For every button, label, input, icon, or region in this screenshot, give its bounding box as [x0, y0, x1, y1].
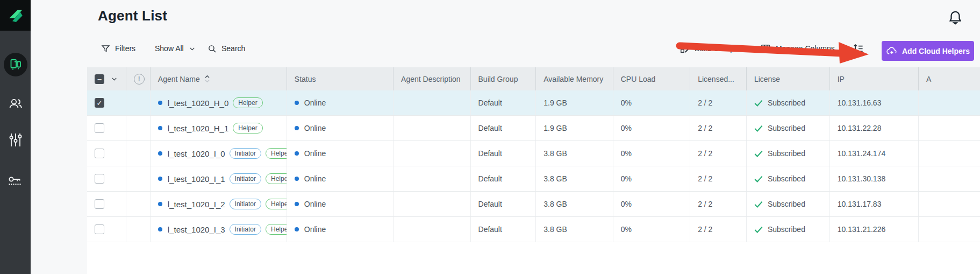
settings-sliders-icon: [9, 132, 23, 147]
table-row[interactable]: l_test_1020_I_3 Initiator Helper Online …: [87, 217, 980, 242]
app-logo[interactable]: [0, 0, 31, 31]
sidebar: [0, 0, 31, 274]
chevron-down-icon: [189, 45, 196, 52]
users-icon: [8, 97, 23, 111]
column-header-available-memory[interactable]: Available Memory: [536, 67, 613, 90]
notifications-bell-icon[interactable]: [947, 10, 963, 26]
column-header-ip[interactable]: IP: [830, 67, 919, 90]
select-all-checkbox[interactable]: –: [95, 74, 104, 84]
add-cloud-helpers-label: Add Cloud Helpers: [902, 47, 970, 55]
agent-description-cell: [394, 116, 470, 140]
helper-badge: Helper: [266, 199, 287, 209]
ip-cell: 10.131.22.28: [830, 116, 919, 140]
selection-menu-chevron-icon[interactable]: [111, 75, 118, 82]
agents-icon: [4, 53, 27, 76]
licensed-cell: 2 / 2: [690, 217, 747, 242]
subscribed-check-icon: [754, 226, 763, 233]
build-group-cell: Default: [471, 217, 537, 242]
build-groups-button[interactable]: Build Groups: [680, 39, 738, 58]
ip-cell: 10.131.24.174: [830, 141, 919, 166]
subscribed-check-icon: [754, 100, 763, 107]
build-group-cell: Default: [471, 141, 537, 166]
agent-name[interactable]: l_test_1020_H_1: [168, 124, 228, 133]
cpu-cell: 0%: [613, 217, 690, 242]
table-row[interactable]: l_test_1020_H_1 Helper Online Default 1.…: [87, 116, 980, 141]
agent-status-dot: [158, 126, 162, 130]
memory-cell: 3.8 GB: [536, 166, 613, 191]
row-checkbox[interactable]: [95, 149, 104, 158]
column-header-license[interactable]: License: [747, 67, 830, 90]
license-text: Subscribed: [768, 225, 805, 234]
agent-name[interactable]: l_test_1020_I_2: [168, 200, 225, 209]
row-checkbox[interactable]: [95, 174, 104, 184]
page-title: Agent List: [98, 8, 167, 24]
sidebar-item-license[interactable]: [0, 175, 31, 189]
agent-name[interactable]: l_test_1020_I_1: [168, 174, 225, 184]
cpu-cell: 0%: [613, 192, 690, 216]
table-row[interactable]: ✓ l_test_1020_H_0 Helper Online Default …: [87, 90, 980, 116]
helper-badge: Helper: [266, 224, 287, 235]
manage-columns-icon: [761, 44, 771, 53]
filters-button[interactable]: Filters: [101, 39, 135, 58]
license-text: Subscribed: [768, 124, 805, 132]
memory-cell: 1.9 GB: [536, 116, 613, 140]
memory-cell: 3.8 GB: [536, 141, 613, 166]
table-row[interactable]: l_test_1020_I_0 Initiator Helper Online …: [87, 141, 980, 166]
add-cloud-helpers-button[interactable]: Add Cloud Helpers: [882, 41, 974, 61]
build-group-cell: Default: [471, 166, 537, 191]
subscribed-check-icon: [754, 201, 763, 208]
helper-badge: Helper: [266, 173, 287, 184]
online-dot: [295, 151, 299, 156]
memory-cell: 1.9 GB: [536, 90, 613, 115]
column-header-agent-description[interactable]: Agent Description: [394, 67, 470, 90]
subscribed-check-icon: [754, 125, 763, 132]
online-dot: [295, 101, 299, 105]
licensed-cell: 2 / 2: [690, 166, 747, 191]
column-header-licensed[interactable]: Licensed...: [690, 67, 747, 90]
row-checkbox[interactable]: [95, 224, 104, 234]
ip-cell: 10.131.17.83: [830, 192, 919, 216]
show-all-dropdown[interactable]: Show All: [155, 39, 196, 58]
build-group-cell: Default: [471, 90, 537, 115]
search-label: Search: [221, 44, 245, 53]
online-dot: [295, 227, 299, 231]
licensed-cell: 2 / 2: [690, 141, 747, 166]
column-header-cpu-load[interactable]: CPU Load: [613, 67, 690, 90]
sidebar-item-users[interactable]: [0, 97, 31, 111]
agent-name[interactable]: l_test_1020_H_0: [168, 99, 228, 108]
helper-badge: Helper: [233, 97, 262, 108]
column-header-build-group[interactable]: Build Group: [471, 67, 537, 90]
agent-status-dot: [158, 177, 162, 181]
agent-name[interactable]: l_test_1020_I_0: [168, 149, 225, 158]
status-text: Online: [304, 200, 326, 208]
cpu-cell: 0%: [613, 166, 690, 191]
initiator-badge: Initiator: [230, 199, 261, 209]
table-row[interactable]: l_test_1020_I_1 Initiator Helper Online …: [87, 166, 980, 192]
agent-status-dot: [158, 227, 162, 231]
status-text: Online: [304, 99, 326, 107]
sort-icon[interactable]: [204, 75, 210, 83]
sidebar-item-settings[interactable]: [0, 132, 31, 147]
manage-columns-button[interactable]: Manage Columns: [761, 39, 835, 58]
sidebar-item-agents[interactable]: [0, 53, 31, 76]
column-header-agent-name[interactable]: Agent Name: [151, 67, 287, 90]
row-checkbox[interactable]: [95, 199, 104, 209]
agent-name[interactable]: l_test_1020_I_3: [168, 225, 225, 234]
license-text: Subscribed: [768, 174, 805, 183]
ip-cell: 10.131.16.63: [830, 90, 919, 115]
column-header-status[interactable]: Status: [287, 67, 394, 90]
filters-label: Filters: [115, 44, 135, 53]
status-text: Online: [304, 225, 326, 234]
helper-badge: Helper: [266, 148, 287, 159]
row-checkbox-checked[interactable]: ✓: [95, 98, 104, 108]
filter-funnel-icon: [101, 44, 110, 53]
column-header-partial[interactable]: A: [919, 67, 980, 90]
search-button[interactable]: Search: [208, 39, 245, 58]
initiator-badge: Initiator: [230, 148, 261, 159]
licensed-cell: 2 / 2: [690, 90, 747, 115]
agent-status-dot: [158, 101, 162, 105]
row-checkbox[interactable]: [95, 123, 104, 133]
table-row[interactable]: l_test_1020_I_2 Initiator Helper Online …: [87, 192, 980, 217]
row-height-button[interactable]: [853, 39, 864, 58]
alerts-column-info-icon[interactable]: !: [134, 74, 145, 85]
